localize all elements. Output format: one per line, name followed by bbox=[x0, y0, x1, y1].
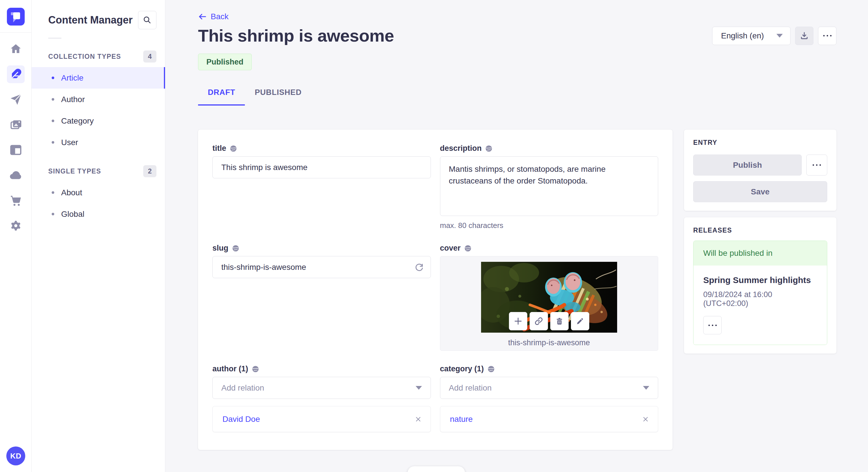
status-badge: Published bbox=[198, 54, 252, 70]
rail-nav bbox=[7, 40, 25, 235]
sidebar-item-about[interactable]: About bbox=[32, 182, 165, 203]
title-input[interactable] bbox=[212, 156, 431, 178]
more-actions-button[interactable] bbox=[818, 27, 836, 45]
relation-link[interactable]: nature bbox=[450, 415, 473, 424]
sidebar-item-article[interactable]: Article bbox=[32, 67, 165, 89]
sidebar-item-label: Article bbox=[61, 73, 84, 82]
globe-icon bbox=[464, 245, 472, 252]
more-dots-icon bbox=[813, 164, 821, 166]
entry-form-card: title description Mantis shrimps, or sto… bbox=[198, 130, 673, 450]
home-icon[interactable] bbox=[7, 40, 25, 58]
gear-icon[interactable] bbox=[7, 217, 25, 235]
feather-icon[interactable] bbox=[7, 65, 25, 83]
cloud-icon[interactable] bbox=[7, 166, 25, 184]
combobox-placeholder: Add relation bbox=[449, 383, 492, 393]
main-nav-rail: KD bbox=[0, 0, 32, 472]
back-arrow-icon bbox=[198, 12, 207, 21]
sidebar-item-label: Global bbox=[61, 210, 84, 219]
description-hint: max. 80 characters bbox=[440, 221, 658, 230]
tab-published[interactable]: PUBLISHED bbox=[245, 88, 311, 105]
search-button[interactable] bbox=[138, 11, 156, 29]
edit-media-button[interactable] bbox=[571, 312, 589, 330]
bullet-icon bbox=[52, 120, 54, 122]
author-relation-item: David Doe bbox=[212, 406, 431, 432]
rail-header bbox=[0, 0, 31, 33]
relation-link[interactable]: David Doe bbox=[222, 415, 260, 424]
sidebar-item-label: About bbox=[61, 188, 82, 197]
save-button[interactable]: Save bbox=[693, 181, 827, 202]
regenerate-icon[interactable] bbox=[414, 262, 424, 272]
sidebar-item-label: User bbox=[61, 138, 78, 147]
edit-view: Back This shrimp is awesome English (en)… bbox=[165, 0, 868, 472]
cover-media-box: this-shrimp-is-awesome bbox=[440, 256, 658, 351]
sidebar-item-global[interactable]: Global bbox=[32, 203, 165, 225]
field-title: title bbox=[212, 144, 431, 230]
close-icon bbox=[414, 415, 422, 423]
send-icon[interactable] bbox=[7, 91, 25, 108]
images-icon[interactable] bbox=[7, 116, 25, 134]
bullet-icon bbox=[52, 141, 54, 144]
divider bbox=[48, 38, 61, 38]
tab-draft[interactable]: DRAFT bbox=[198, 88, 245, 105]
copy-link-button[interactable] bbox=[530, 312, 548, 330]
remove-relation-button[interactable] bbox=[642, 415, 649, 423]
globe-icon bbox=[229, 145, 237, 152]
sidebar-item-user[interactable]: User bbox=[32, 132, 165, 153]
release-more-button[interactable] bbox=[703, 316, 722, 334]
release-title: Spring Summer highlights bbox=[703, 275, 817, 285]
releases-heading: RELEASES bbox=[693, 227, 827, 234]
strapi-logo-icon[interactable] bbox=[7, 8, 25, 26]
releases-panel: RELEASES Will be published in Spring Sum… bbox=[684, 217, 836, 353]
globe-icon bbox=[487, 365, 495, 373]
back-link[interactable]: Back bbox=[198, 12, 228, 21]
trash-icon bbox=[555, 316, 564, 326]
bullet-icon bbox=[52, 213, 54, 215]
remove-relation-button[interactable] bbox=[414, 415, 422, 423]
publish-button[interactable]: Publish bbox=[693, 155, 802, 175]
entry-heading: ENTRY bbox=[693, 139, 827, 146]
delete-media-button[interactable] bbox=[550, 312, 569, 330]
sidebar-item-label: Category bbox=[61, 116, 94, 126]
layout-icon[interactable] bbox=[7, 141, 25, 159]
floating-widget[interactable] bbox=[408, 466, 465, 472]
author-label: author (1) bbox=[212, 365, 248, 373]
field-cover: cover bbox=[440, 244, 658, 351]
entry-more-button[interactable] bbox=[806, 155, 827, 175]
chevron-down-icon bbox=[415, 386, 422, 390]
category-label: category (1) bbox=[440, 365, 484, 373]
sidebar-item-category[interactable]: Category bbox=[32, 110, 165, 132]
author-relation-combobox[interactable]: Add relation bbox=[212, 377, 431, 399]
cover-action-bar bbox=[509, 312, 589, 330]
field-category: category (1) Add relation nature bbox=[440, 365, 658, 432]
download-button[interactable] bbox=[795, 27, 813, 45]
release-card: Will be published in Spring Summer highl… bbox=[693, 241, 827, 345]
description-textarea[interactable]: Mantis shrimps, or stomatopods, are mari… bbox=[440, 156, 658, 216]
field-slug: slug bbox=[212, 244, 431, 351]
plus-icon bbox=[514, 316, 523, 326]
cart-icon[interactable] bbox=[7, 192, 25, 209]
sidebar-title: Content Manager bbox=[48, 14, 133, 26]
pencil-icon bbox=[576, 316, 585, 326]
category-relation-combobox[interactable]: Add relation bbox=[440, 377, 658, 399]
slug-input[interactable] bbox=[212, 256, 431, 278]
chevron-down-icon bbox=[776, 34, 783, 38]
version-tabs: DRAFT PUBLISHED bbox=[198, 88, 836, 105]
section-collection-types: COLLECTION TYPES bbox=[48, 53, 121, 61]
user-avatar[interactable]: KD bbox=[6, 446, 25, 465]
search-icon bbox=[143, 15, 152, 25]
globe-icon bbox=[252, 365, 259, 373]
link-icon bbox=[534, 316, 544, 326]
field-description: description Mantis shrimps, or stomatopo… bbox=[440, 144, 658, 230]
single-types-count: 2 bbox=[143, 165, 156, 177]
single-types-list: About Global bbox=[32, 182, 165, 225]
bullet-icon bbox=[52, 191, 54, 194]
sidebar-item-author[interactable]: Author bbox=[32, 89, 165, 110]
add-media-button[interactable] bbox=[509, 312, 527, 330]
collection-types-count: 4 bbox=[143, 50, 156, 63]
release-date: 09/18/2024 at 16:00 (UTC+02:00) bbox=[703, 290, 817, 308]
language-select[interactable]: English (en) bbox=[712, 27, 790, 45]
bullet-icon bbox=[52, 98, 54, 101]
section-single-types: SINGLE TYPES bbox=[48, 167, 101, 175]
page-title: This shrimp is awesome bbox=[198, 26, 394, 45]
release-status: Will be published in bbox=[693, 241, 827, 266]
